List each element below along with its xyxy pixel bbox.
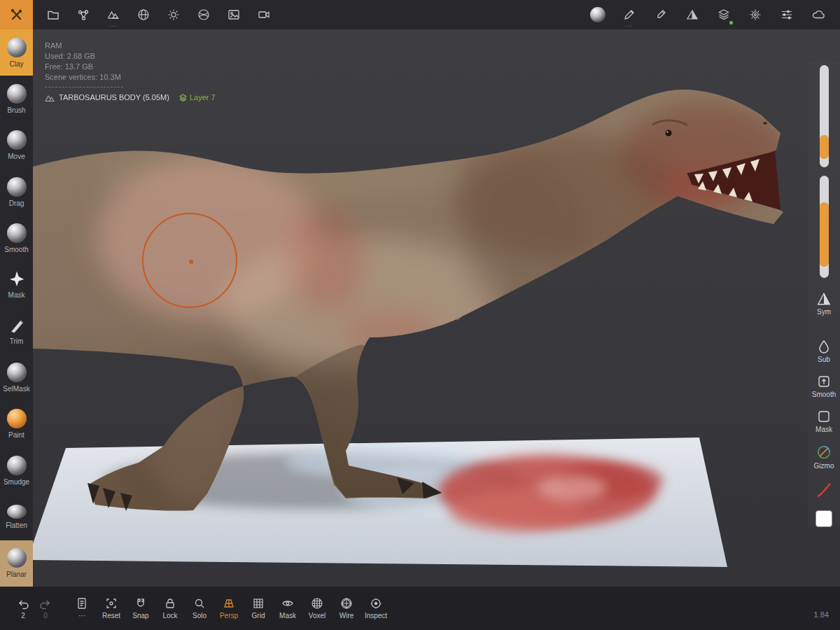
- topbar-right-group: ···: [587, 1, 829, 29]
- document-icon: [76, 597, 88, 610]
- tool-label: Smooth: [4, 246, 28, 253]
- tool-drag[interactable]: Drag: [0, 169, 33, 215]
- environment-sphere-icon: [197, 8, 210, 21]
- tool-move[interactable]: Move: [0, 122, 33, 169]
- magnet-icon: [134, 597, 147, 610]
- tool-selmask[interactable]: SelMask: [0, 354, 33, 400]
- notes-button[interactable]: ···: [67, 597, 97, 620]
- voxel-sphere-icon: [311, 597, 323, 610]
- undo-arrow-icon: [17, 598, 29, 610]
- perspective-grid-icon: [223, 597, 235, 610]
- camera-button[interactable]: [253, 1, 274, 29]
- perspective-toggle[interactable]: Persp: [214, 597, 244, 620]
- voxel-button[interactable]: Voxel: [302, 597, 332, 620]
- tool-clay[interactable]: Clay: [0, 29, 33, 76]
- lighting-button[interactable]: [163, 1, 184, 29]
- topology-button[interactable]: [133, 1, 154, 29]
- radius-slider-handle[interactable]: [820, 135, 829, 159]
- voxel-label: Voxel: [309, 612, 326, 620]
- cloud-icon: [811, 8, 825, 21]
- mask-mode-button[interactable]: Mask: [816, 410, 832, 433]
- tool-flatten[interactable]: Flatten: [0, 493, 33, 540]
- tool-planar[interactable]: Planar: [0, 540, 33, 587]
- tool-label: SelMask: [3, 385, 29, 393]
- reset-view-button[interactable]: Reset: [97, 597, 126, 620]
- tool-smooth[interactable]: Smooth: [0, 215, 33, 261]
- inspect-button[interactable]: Inspect: [361, 597, 391, 620]
- dinosaur-eye: [666, 130, 672, 136]
- video-camera-icon: [258, 8, 270, 21]
- gizmo-label: Gizmo: [814, 462, 834, 470]
- wireframe-toggle[interactable]: Wire: [332, 597, 361, 620]
- color-picker-button[interactable]: [650, 1, 671, 29]
- paint-tool-icon: [7, 409, 27, 428]
- viewport-canvas[interactable]: RAM Used: 2.68 GB Free: 13.7 GB Scene ve…: [33, 29, 840, 587]
- mesh-icon: [45, 94, 55, 102]
- settings-button[interactable]: [745, 1, 766, 29]
- sub-tool-button[interactable]: Sub: [817, 340, 831, 363]
- tool-mask[interactable]: Mask: [0, 262, 33, 308]
- tool-paint[interactable]: Paint: [0, 401, 33, 447]
- stroke-button[interactable]: ···: [619, 1, 640, 29]
- solo-label: Solo: [192, 612, 206, 620]
- image-icon: [227, 8, 240, 21]
- history-group: 2 0: [14, 598, 55, 620]
- symmetry-toggle[interactable]: Sym: [816, 292, 832, 316]
- tool-label: Trim: [10, 337, 24, 345]
- active-color-swatch: [816, 510, 832, 527]
- layer-chip[interactable]: Layer 7: [179, 92, 216, 103]
- solo-button[interactable]: Solo: [185, 597, 214, 620]
- sym-triangle-icon: [816, 292, 832, 306]
- gizmo-button[interactable]: Gizmo: [814, 444, 834, 470]
- falloff-button[interactable]: [815, 481, 833, 499]
- clay-tool-icon: [7, 38, 27, 57]
- grid-toggle[interactable]: Grid: [244, 597, 273, 620]
- scene-more-dots: ···: [110, 24, 118, 29]
- gear-icon: [749, 8, 762, 21]
- reset-label: Reset: [102, 612, 120, 620]
- magnifier-icon: [193, 597, 206, 610]
- flatten-tool-icon: [7, 505, 27, 519]
- wireframe-icon: [340, 597, 353, 610]
- mesh-row[interactable]: TARBOSAURUS BODY (5.05M) Layer 7: [45, 92, 216, 103]
- lock-icon: [164, 597, 176, 610]
- files-button[interactable]: [43, 1, 64, 29]
- mesh-name: TARBOSAURUS BODY (5.05M): [59, 92, 169, 103]
- brush-intensity-slider[interactable]: [820, 176, 829, 278]
- tool-label: Mask: [8, 291, 25, 299]
- material-button[interactable]: [587, 1, 608, 29]
- smooth-mode-button[interactable]: Smooth: [812, 374, 836, 398]
- undo-button[interactable]: 2: [14, 598, 32, 620]
- sliders-icon: [780, 8, 793, 21]
- ram-used: Used: 2.68 GB: [45, 51, 216, 62]
- falloff-curve-icon: [815, 481, 833, 499]
- redo-arrow-icon: [39, 598, 52, 610]
- snap-button[interactable]: Snap: [126, 597, 155, 620]
- app-logo[interactable]: [0, 0, 33, 29]
- layer-icon: [179, 94, 187, 102]
- environment-button[interactable]: [193, 1, 214, 29]
- tool-trim[interactable]: Trim: [0, 308, 33, 354]
- mirror-triangle-icon: [686, 8, 699, 21]
- redo-button[interactable]: 0: [36, 598, 55, 620]
- tool-smudge[interactable]: Smudge: [0, 447, 33, 493]
- smooth-tool-icon: [7, 223, 27, 243]
- color-swatch-button[interactable]: [816, 510, 832, 527]
- tool-brush[interactable]: Brush: [0, 76, 33, 122]
- lock-button[interactable]: Lock: [155, 597, 185, 620]
- redo-count: 0: [43, 612, 48, 620]
- brush-radius-slider[interactable]: [820, 65, 829, 167]
- symmetry-button[interactable]: [682, 1, 703, 29]
- mask-view-button[interactable]: Mask: [273, 597, 302, 620]
- stats-overlay: RAM Used: 2.68 GB Free: 13.7 GB Scene ve…: [45, 41, 216, 103]
- intensity-slider-handle[interactable]: [820, 202, 829, 267]
- node-graph-button[interactable]: [73, 1, 94, 29]
- tool-label: Drag: [9, 200, 24, 207]
- scene-button[interactable]: ···: [103, 1, 124, 29]
- interface-settings-button[interactable]: [776, 1, 797, 29]
- layers-button[interactable]: [713, 1, 734, 29]
- smooth-box-icon: [817, 374, 831, 388]
- cloud-sync-button[interactable]: [808, 1, 829, 29]
- background-image-button[interactable]: [223, 1, 244, 29]
- layers-icon: [718, 8, 730, 21]
